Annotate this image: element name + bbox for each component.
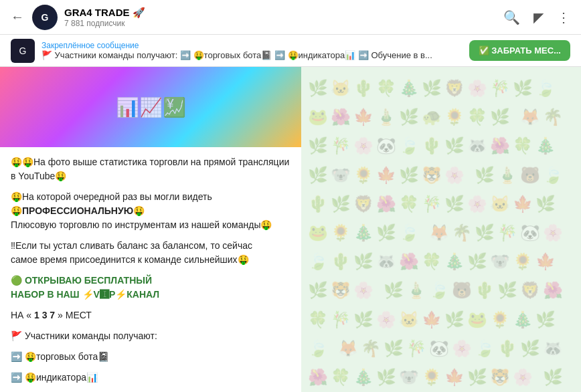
intro-paragraph: 🤑🤑На фото выше статистика торговли на пр…: [11, 155, 290, 183]
top-bar: ← G GRA4 TRADE 🚀 7 881 подписчик 🔍 ◤ ⋮: [0, 0, 581, 35]
spots: НА « 1 3 7 » МЕСТ: [11, 308, 290, 322]
pinned-bar: G Закреплённое сообщение 🚩 Участники ком…: [0, 35, 581, 67]
back-button[interactable]: ←: [11, 9, 24, 25]
pinned-text: 🚩 Участники команды получают: ➡️ 🤑торгов…: [42, 50, 463, 60]
pinned-avatar-icon: G: [19, 45, 27, 56]
item-2: ➡️ 🤑индикатора📊: [11, 371, 290, 385]
channel-name: GRA4 TRADE 🚀: [64, 7, 503, 19]
item-1: ➡️ 🤑торговых бота📓: [11, 350, 290, 364]
bg-panel-inner: 🌿🐱🌵🍀🎄🌿🦁🌸🎋🌿🍃🐸🌺🍁🎍🌿🐢🌻🍀🌿 🦊🌴🌿🎋🌸🐼🍃🌵🌿🦝🌺🍀🎄🌿🐨🌻🍁🌿🐯…: [301, 67, 581, 392]
para2: 🤑На которой очередной раз вы могли видет…: [11, 190, 290, 232]
channel-name-text: GRA4 TRADE 🚀: [64, 7, 145, 19]
pinned-content: Закреплённое сообщение 🚩 Участники коман…: [42, 41, 463, 60]
search-icon[interactable]: 🔍: [503, 9, 520, 25]
heading: 🟢 ОТКРЫВАЮ БЕСПЛАТНЫЙ НАБОР В НАШ ⚡V🅸P⚡К…: [11, 274, 290, 302]
message-image: 📊📈💹: [0, 67, 301, 147]
channel-subscribers: 7 881 подписчик: [64, 19, 503, 28]
pinned-label: Закреплённое сообщение: [42, 41, 463, 50]
channel-info: GRA4 TRADE 🚀 7 881 подписчик: [64, 7, 503, 28]
avatar-text: G: [42, 12, 49, 23]
chat-panel: 📊📈💹 🤑🤑На фото выше статистика торговли н…: [0, 67, 301, 392]
more-icon[interactable]: ⋮: [557, 9, 570, 25]
message-body: 🤑🤑На фото выше статистика торговли на пр…: [0, 147, 301, 392]
top-icons: 🔍 ◤ ⋮: [503, 9, 570, 25]
intro-text: 🤑На фото выше статистика торговли на пря…: [11, 157, 289, 181]
channel-avatar: G: [32, 5, 58, 30]
pinned-avatar: G: [11, 39, 35, 63]
background-panel: 🌿🐱🌵🍀🎄🌿🦁🌸🎋🌿🍃🐸🌺🍁🎍🌿🐢🌻🍀🌿 🦊🌴🌿🎋🌸🐼🍃🌵🌿🦝🌺🍀🎄🌿🐨🌻🍁🌿🐯…: [301, 67, 581, 392]
members-label: 🚩 Участники команды получают:: [11, 329, 290, 343]
columns-icon[interactable]: ◤: [533, 9, 544, 25]
main-area: 📊📈💹 🤑🤑На фото выше статистика торговли н…: [0, 67, 581, 392]
para3: ‼️Если ты устал сливать баланс за баланс…: [11, 239, 290, 267]
pinned-action-button[interactable]: ✅ ЗАБРАТЬ МЕС...: [469, 40, 570, 61]
doodle-background: 🌿🐱🌵🍀🎄🌿🦁🌸🎋🌿🍃🐸🌺🍁🎍🌿🐢🌻🍀🌿 🦊🌴🌿🎋🌸🐼🍃🌵🌿🦝🌺🍀🎄🌿🐨🌻🍁🌿🐯…: [301, 67, 581, 392]
